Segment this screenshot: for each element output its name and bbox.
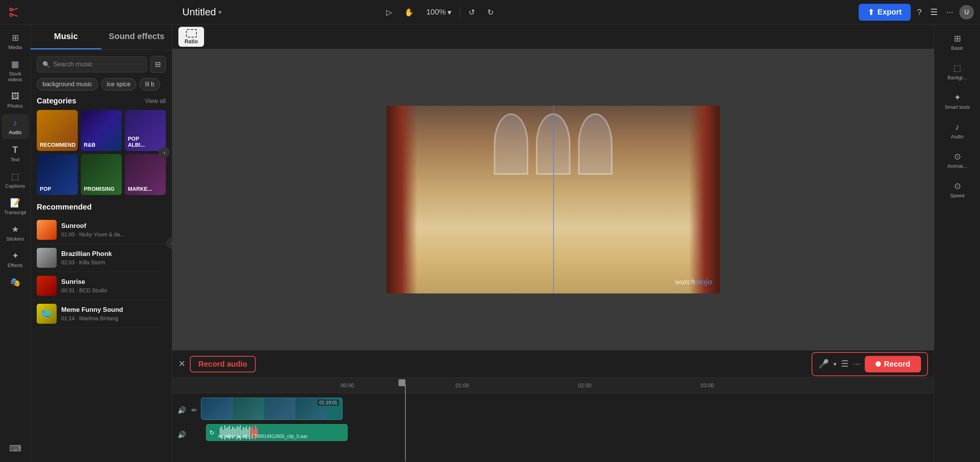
export-label: Export <box>877 8 902 16</box>
ratio-icon <box>186 29 197 38</box>
right-panel-label: Backgr... <box>947 75 967 80</box>
track-artist: Nicky Youre & da... <box>79 231 124 238</box>
chevron-down-icon: ▾ <box>448 8 451 17</box>
track-item[interactable]: Sunrise 00:31 · BCD Studio <box>37 272 166 300</box>
timeline-ruler: 00:00 01:00 02:00 03:00 <box>172 378 934 393</box>
export-button[interactable]: ⬆ Export <box>859 4 911 21</box>
logo-button[interactable] <box>6 5 21 20</box>
track-edit-button[interactable]: ✏ <box>191 406 197 414</box>
track-item[interactable]: 🐦 Meme Funny Sound 01:14 · Manhoa Bintan… <box>37 300 166 328</box>
pointer-tool-button[interactable]: ▷ <box>382 5 396 19</box>
watermark-colored: mojo <box>695 277 712 286</box>
sidebar-item-transcript[interactable]: 📝 Transcript <box>2 194 29 219</box>
redo-button[interactable]: ↻ <box>483 5 498 19</box>
ruler-mark-3: 03:00 <box>701 382 714 388</box>
tab-sound-effects[interactable]: Sound effects <box>101 25 172 49</box>
right-panel-audio[interactable]: ♪ Audio <box>936 118 978 144</box>
category-label: R&B <box>84 142 95 148</box>
category-label: POP <box>40 186 51 192</box>
sidebar-item-stickers[interactable]: ★ Stickers <box>2 221 29 246</box>
audio-clip[interactable]: ↻ recorder_audio_1700014912600_clip_0.aa… <box>206 424 348 441</box>
sidebar-item-effects[interactable]: ✦ Effects <box>2 247 29 272</box>
sidebar-item-captions[interactable]: ⬚ Captions <box>2 168 29 193</box>
more-options-button[interactable]: ··· <box>944 5 956 20</box>
record-button[interactable]: Record <box>865 356 921 372</box>
tab-music[interactable]: Music <box>31 25 101 49</box>
ratio-label: Ratio <box>185 38 198 44</box>
right-panel-label: Speed <box>950 193 965 198</box>
media-icon: ⊞ <box>12 33 19 43</box>
panel-tabs: Music Sound effects <box>31 25 172 50</box>
microphone-button[interactable]: 🎤 <box>818 359 829 369</box>
chevron-down-icon[interactable]: ▾ <box>833 360 836 368</box>
track-info: Sunrise 00:31 · BCD Studio <box>61 278 166 293</box>
recommended-section: Recommended Sunroof 01:00 · Nicky Youre … <box>37 203 166 328</box>
track-name: Brazillian Phonk <box>61 250 166 258</box>
close-record-button[interactable]: ✕ <box>178 359 185 369</box>
smart-tools-icon: ✦ <box>954 93 961 103</box>
photos-icon: 🖼 <box>11 92 20 102</box>
svg-line-3 <box>12 14 18 16</box>
zoom-control[interactable]: 100% ▾ <box>422 5 455 19</box>
search-input[interactable]: 🔍 Search music <box>37 56 147 72</box>
record-audio-label[interactable]: Record audio <box>190 356 256 372</box>
track-meta: 01:00 · Nicky Youre & da... <box>61 231 166 238</box>
video-frame: watchmojo <box>387 106 720 293</box>
tags-row: background music ice spice lil b <box>37 78 166 90</box>
track-item[interactable]: Sunroof 01:00 · Nicky Youre & da... <box>37 216 166 244</box>
tag-background-music[interactable]: background music <box>37 78 98 90</box>
right-panel-smart-tools[interactable]: ✦ Smart tools <box>936 88 978 115</box>
sidebar-item-more[interactable]: 🎭 <box>2 274 29 291</box>
category-promising[interactable]: PROMISING <box>81 154 122 195</box>
filter-button[interactable]: ⊟ <box>150 56 166 73</box>
playhead-marker[interactable] <box>402 378 409 393</box>
sidebar-item-audio[interactable]: ♪ Audio <box>2 114 29 139</box>
help-button[interactable]: ? <box>915 5 924 20</box>
ruler-mark-2: 02:00 <box>578 382 591 388</box>
category-rnb[interactable]: R&B <box>81 110 122 151</box>
video-clip[interactable]: 01:19:01 <box>201 398 343 420</box>
project-title-button[interactable]: Untitled ▾ <box>182 6 222 18</box>
sidebar-item-keyboard[interactable]: ⌨ <box>2 440 29 457</box>
sidebar-item-photos[interactable]: 🖼 Photos <box>2 88 29 113</box>
right-panel-animate[interactable]: ⊙ Animat... <box>936 147 978 174</box>
right-panel-basic[interactable]: ⊞ Basic <box>936 29 978 56</box>
right-panel-label: Animat... <box>947 163 967 169</box>
avatar[interactable]: U <box>959 5 974 20</box>
track-name: Meme Funny Sound <box>61 306 166 314</box>
sidebar-item-media[interactable]: ⊞ Media <box>2 29 29 54</box>
category-marke[interactable]: MARKE... <box>125 154 166 195</box>
tag-lil-b[interactable]: lil b <box>139 78 160 90</box>
track-name: Sunrise <box>61 278 166 286</box>
category-pop-album[interactable]: POPALBI... <box>125 110 166 151</box>
volume-icon-audio[interactable]: 🔊 <box>178 431 186 439</box>
search-icon: 🔍 <box>42 61 50 68</box>
main-layout: ⊞ Media ▦ Stock videos 🖼 Photos ♪ Audio … <box>0 25 980 462</box>
undo-button[interactable]: ↺ <box>465 5 479 19</box>
sidebar-item-stock-videos[interactable]: ▦ Stock videos <box>2 56 29 86</box>
track-info: Sunroof 01:00 · Nicky Youre & da... <box>61 222 166 238</box>
sidebar-item-text[interactable]: T Text <box>2 141 29 166</box>
hand-tool-button[interactable]: ✋ <box>400 5 418 19</box>
tag-ice-spice[interactable]: ice spice <box>101 78 136 90</box>
right-panel-speed[interactable]: ⊙ Speed <box>936 177 978 203</box>
ruler-mark-0: 00:00 <box>341 382 354 388</box>
list-view-button[interactable]: ☰ <box>841 359 849 369</box>
track-item[interactable]: Brazillian Phonk 02:03 · Killa Storm <box>37 244 166 272</box>
captions-icon: ⬚ <box>11 172 19 182</box>
queue-button[interactable]: ☰ <box>928 5 940 20</box>
topbar: Untitled ▾ ▷ ✋ 100% ▾ ↺ ↻ ⬆ Export ? ☰ ·… <box>0 0 980 25</box>
more-options-record-button[interactable]: ··· <box>853 359 860 369</box>
categories-next-button[interactable]: › <box>159 147 170 158</box>
right-panel-background[interactable]: ⬚ Backgr... <box>936 59 978 85</box>
speed-icon: ⊙ <box>954 181 961 191</box>
track-duration: 00:31 <box>61 287 75 293</box>
ratio-button[interactable]: Ratio <box>178 27 204 47</box>
category-pop[interactable]: POP <box>37 154 78 195</box>
category-recommend[interactable]: RECOMMEND <box>37 110 78 151</box>
volume-icon[interactable]: 🔊 <box>178 406 186 414</box>
view-all-button[interactable]: View all <box>145 98 166 105</box>
audio-panel-icon: ♪ <box>955 122 959 132</box>
categories-grid: RECOMMEND R&B POPALBI... POP PROMISING <box>37 110 166 195</box>
track-artist: Killa Storm <box>79 259 105 265</box>
